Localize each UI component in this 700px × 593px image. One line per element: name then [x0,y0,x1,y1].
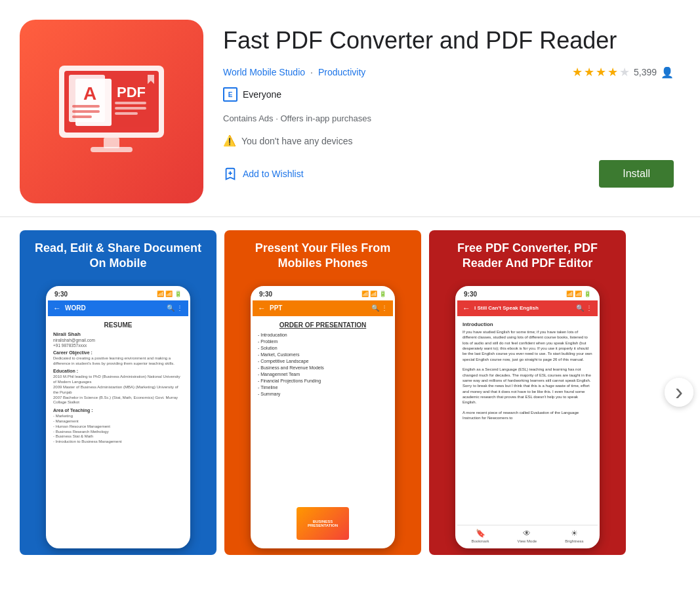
svg-text:PDF: PDF [117,84,146,100]
warning-icon: ⚠️ [223,134,236,147]
svg-rect-5 [72,105,100,108]
phone-frame-1: 9:30 📶 📶 🔋 ← WORD 🔍 ⋮ RESUME Nirali Shah… [46,286,190,548]
phone-frame-2: 9:30 📶 📶 🔋 ← PPT 🔍 ⋮ ORDER OF PRESENTATI… [251,286,395,548]
install-button[interactable]: Install [599,160,674,188]
screenshot-3: Free PDF Converter, PDF Reader And PDF E… [429,230,626,555]
warning-text: You don't have any devices [241,136,353,146]
svg-rect-11 [115,107,146,110]
app-details: Fast PDF Converter and PDF Reader World … [223,20,680,188]
age-row: E Everyone [223,87,680,102]
app-title: Fast PDF Converter and PDF Reader [223,26,680,54]
rating-row: ★ ★ ★ ★ ★ 5,399 👤 [572,65,680,79]
screenshot-2-bottom: BUSINESSPRESENTATION [253,501,393,546]
phone-content-3: Introduction If you have studied English… [457,316,598,542]
svg-rect-15 [91,147,133,152]
app-header: A PDF [0,0,700,217]
app-icon-wrapper: A PDF [20,20,203,203]
nav-bar-2: ← PPT 🔍 ⋮ [253,300,393,316]
next-screenshot-button[interactable]: › [665,378,693,407]
ads-row: Contains Ads · Offers in-app purchases [223,112,680,124]
nav-bar-3: ← I Still Can't Speak English 🔍 ⋮ [457,300,598,316]
screenshot-2: Present Your Files From Mobiles Phones 9… [224,230,421,555]
svg-rect-12 [115,112,138,115]
svg-rect-10 [115,102,146,104]
rating-count: 5,399 [634,67,657,77]
phone-bottom-bar-3: 🔖 Bookmark 👁 View Mode ☀ Brightness [457,525,598,546]
phone-content-1: RESUME Nirali Shah niralishah@gmail.com … [48,316,188,542]
svg-rect-8 [112,75,151,127]
warning-row: ⚠️ You don't have any devices [223,134,680,147]
meta-separator: · [310,67,313,77]
view-mode-btn[interactable]: 👁 View Mode [518,529,537,543]
star-rating: ★ ★ ★ ★ ★ [572,65,630,79]
age-badge: E [223,87,237,102]
wishlist-label: Add to Wishlist [243,169,304,179]
status-bar-1: 9:30 📶 📶 🔋 [48,288,188,300]
star-5: ★ [619,65,630,79]
screenshots-container: Read, Edit & Share Document On Mobile 9:… [0,230,700,555]
phone-frame-3: 9:30 📶 📶 🔋 ← I Still Can't Speak English… [455,286,600,548]
screenshot-3-header: Free PDF Converter, PDF Reader And PDF E… [429,230,626,279]
star-3: ★ [596,65,606,79]
screenshot-3-phone: 9:30 📶 📶 🔋 ← I Still Can't Speak English… [429,279,626,555]
app-meta-row: World Mobile Studio · Productivity ★ ★ ★… [223,65,680,79]
status-bar-2: 9:30 📶 📶 🔋 [253,288,393,300]
app-icon: A PDF [20,20,203,203]
category-link[interactable]: Productivity [318,67,365,77]
nav-bar-1: ← WORD 🔍 ⋮ [48,300,188,316]
ads-text: Contains Ads · Offers in-app purchases [223,113,371,123]
svg-rect-7 [72,115,92,118]
screenshot-1: Read, Edit & Share Document On Mobile 9:… [20,230,216,555]
brightness-btn[interactable]: ☀ Brightness [565,529,583,543]
wishlist-icon [223,167,237,181]
star-2: ★ [584,65,594,79]
bookmark-btn[interactable]: 🔖 Bookmark [472,529,489,543]
status-bar-3: 9:30 📶 📶 🔋 [457,288,598,300]
svg-text:A: A [83,83,96,104]
screenshots-section: Read, Edit & Share Document On Mobile 9:… [0,217,700,568]
star-1: ★ [572,65,583,79]
screenshot-2-header: Present Your Files From Mobiles Phones [224,230,421,279]
screenshot-1-phone: 9:30 📶 📶 🔋 ← WORD 🔍 ⋮ RESUME Nirali Shah… [20,279,216,555]
svg-rect-14 [104,138,119,148]
action-row: Add to Wishlist Install [223,160,680,188]
app-logo-svg: A PDF [46,46,177,177]
screenshot-1-header: Read, Edit & Share Document On Mobile [20,230,216,279]
svg-rect-6 [72,110,100,113]
age-label: Everyone [243,89,281,100]
star-4: ★ [607,65,618,79]
screenshot-2-phone: 9:30 📶 📶 🔋 ← PPT 🔍 ⋮ ORDER OF PRESENTATI… [224,279,421,555]
person-icon: 👤 [661,66,674,79]
developer-link[interactable]: World Mobile Studio [223,67,305,77]
wishlist-button[interactable]: Add to Wishlist [223,167,304,181]
